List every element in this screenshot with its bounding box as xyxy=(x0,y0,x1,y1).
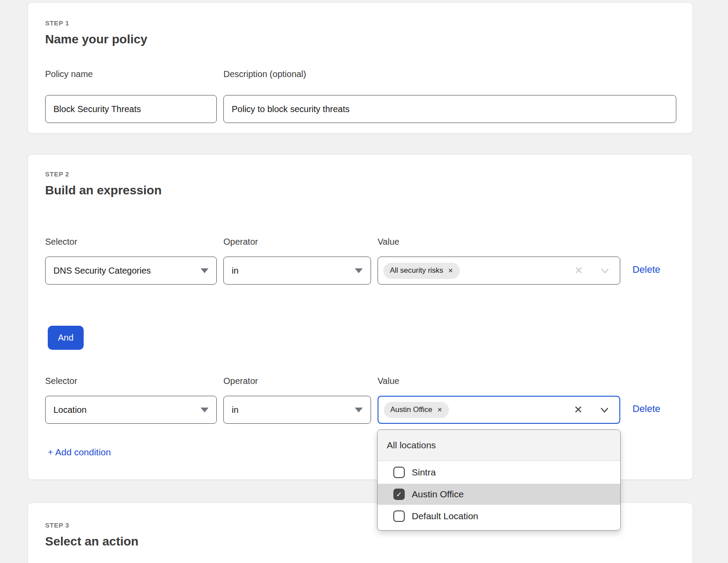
selector-value: DNS Security Categories xyxy=(53,266,151,276)
option-label: Austin Office xyxy=(412,489,464,500)
value-label: Value xyxy=(378,376,399,386)
clear-icon[interactable]: ✕ xyxy=(574,265,583,276)
step1-label: STEP 1 xyxy=(45,19,69,27)
selector-label: Selector xyxy=(45,237,77,247)
chip-remove-icon[interactable]: ✕ xyxy=(448,267,453,274)
value-multiselect[interactable]: All security risks ✕ ✕ xyxy=(378,257,620,285)
value-label: Value xyxy=(378,237,399,247)
description-label: Description (optional) xyxy=(223,69,306,79)
dropdown-arrow-icon xyxy=(355,268,363,273)
step2-label: STEP 2 xyxy=(45,170,69,178)
chip-label: All security risks xyxy=(390,266,443,275)
dropdown-option-sintra[interactable]: ✓ Sintra xyxy=(378,461,620,484)
dropdown-arrow-icon xyxy=(201,408,209,412)
chevron-down-icon[interactable] xyxy=(600,265,610,276)
delete-row-button[interactable]: Delete xyxy=(633,264,661,275)
operator-value: in xyxy=(232,266,239,276)
step1-title: Name your policy xyxy=(45,32,147,46)
dropdown-group-header: All locations xyxy=(378,430,620,461)
and-button[interactable]: And xyxy=(48,326,84,350)
option-label: Default Location xyxy=(412,511,478,521)
value-chip: All security risks ✕ xyxy=(383,263,460,279)
expression-row-2: Selector Operator Value Location in Aust… xyxy=(45,376,676,433)
step3-label: STEP 3 xyxy=(45,521,69,529)
checkbox[interactable]: ✓ xyxy=(393,489,405,500)
step1-card: STEP 1 Name your policy Policy name Desc… xyxy=(28,2,693,134)
checkbox[interactable]: ✓ xyxy=(393,467,405,478)
policy-name-input[interactable]: Block Security Threats xyxy=(45,95,217,123)
selector-value: Location xyxy=(53,405,87,415)
delete-row-button[interactable]: Delete xyxy=(633,403,661,415)
operator-select[interactable]: in xyxy=(223,396,371,424)
policy-name-label: Policy name xyxy=(45,69,93,79)
selector-select[interactable]: DNS Security Categories xyxy=(45,257,217,285)
step2-title: Build an expression xyxy=(45,183,162,197)
operator-select[interactable]: in xyxy=(223,257,371,285)
dropdown-arrow-icon xyxy=(201,268,209,273)
chevron-down-icon[interactable] xyxy=(599,405,610,415)
dropdown-arrow-icon xyxy=(355,408,363,412)
value-multiselect-focused[interactable]: Austin Office ✕ ✕ xyxy=(378,396,620,424)
selector-label: Selector xyxy=(45,376,77,386)
operator-label: Operator xyxy=(223,237,258,247)
clear-icon[interactable]: ✕ xyxy=(574,405,583,415)
expression-row-1: Selector Operator Value DNS Security Cat… xyxy=(45,237,676,294)
operator-label: Operator xyxy=(223,376,258,386)
operator-value: in xyxy=(232,405,239,415)
dropdown-option-austin-office[interactable]: ✓ Austin Office xyxy=(378,484,620,505)
step3-title: Select an action xyxy=(45,535,138,549)
description-input[interactable]: Policy to block security threats xyxy=(223,95,676,123)
option-label: Sintra xyxy=(412,467,436,478)
location-dropdown-panel: All locations ✓ Sintra ✓ Austin Office ✓… xyxy=(377,429,621,531)
add-condition-link[interactable]: + Add condition xyxy=(48,447,111,457)
checkbox[interactable]: ✓ xyxy=(393,510,405,522)
chip-remove-icon[interactable]: ✕ xyxy=(437,406,442,413)
dropdown-option-default-location[interactable]: ✓ Default Location xyxy=(378,505,620,528)
selector-select[interactable]: Location xyxy=(45,396,217,424)
chip-label: Austin Office xyxy=(390,405,432,414)
value-chip: Austin Office ✕ xyxy=(384,402,449,418)
